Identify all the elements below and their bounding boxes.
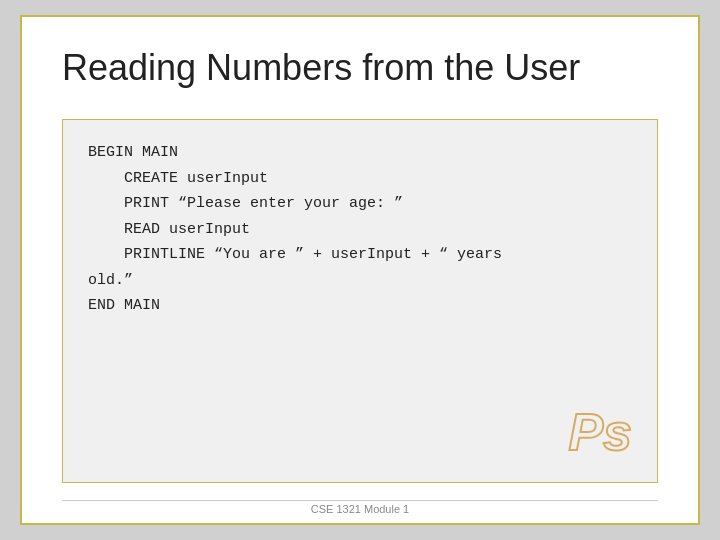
code-block: BEGIN MAIN CREATE userInput PRINT “Pleas… (88, 140, 632, 319)
slide-title: Reading Numbers from the User (62, 47, 658, 89)
ps-watermark: Ps (568, 402, 632, 462)
code-container: BEGIN MAIN CREATE userInput PRINT “Pleas… (62, 119, 658, 483)
footer-divider (62, 500, 658, 501)
slide-container: Reading Numbers from the User BEGIN MAIN… (20, 15, 700, 525)
footer-text: CSE 1321 Module 1 (22, 503, 698, 515)
